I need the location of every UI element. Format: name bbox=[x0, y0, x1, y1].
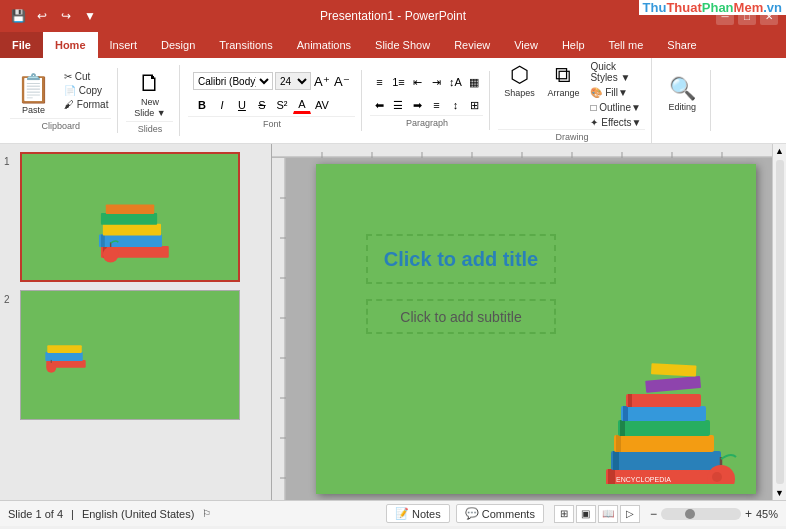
justify-button[interactable]: ≡ bbox=[427, 96, 445, 114]
tab-review[interactable]: Review bbox=[442, 32, 502, 58]
slide-sorter-button[interactable]: ▣ bbox=[576, 505, 596, 523]
editing-button[interactable]: 🔍 Editing bbox=[660, 72, 704, 117]
normal-view-button[interactable]: ⊞ bbox=[554, 505, 574, 523]
bold-button[interactable]: B bbox=[193, 96, 211, 114]
align-right-button[interactable]: ➡ bbox=[408, 96, 426, 114]
slide-title-placeholder[interactable]: Click to add title bbox=[366, 234, 556, 284]
notes-button[interactable]: 📝 Notes bbox=[386, 504, 450, 523]
tab-transitions[interactable]: Transitions bbox=[207, 32, 284, 58]
slide-thumb-row-1: 1 bbox=[4, 152, 267, 282]
minimize-button[interactable]: ─ bbox=[716, 7, 734, 25]
increase-indent-button[interactable]: ⇥ bbox=[427, 73, 445, 91]
font-name-select[interactable]: Calibri (Body) bbox=[193, 72, 273, 90]
font-size-select[interactable]: 24 bbox=[275, 72, 311, 90]
comments-button[interactable]: 💬 Comments bbox=[456, 504, 544, 523]
tab-insert[interactable]: Insert bbox=[98, 32, 150, 58]
text-shadow-button[interactable]: S² bbox=[273, 96, 291, 114]
ribbon-toolbar: 📋 Paste ✂ Cut 📄 Copy 🖌 Format Clipboard … bbox=[0, 58, 786, 144]
slide-number-2: 2 bbox=[4, 294, 16, 305]
shapes-button[interactable]: ⬡ Shapes bbox=[499, 60, 539, 100]
decrease-font-button[interactable]: A⁻ bbox=[333, 72, 351, 90]
align-left-button[interactable]: ⬅ bbox=[370, 96, 388, 114]
tab-tellme[interactable]: Tell me bbox=[597, 32, 656, 58]
watermark-part2: Thuat bbox=[666, 0, 701, 15]
svg-rect-38 bbox=[614, 435, 714, 452]
numbering-button[interactable]: 1≡ bbox=[389, 73, 407, 91]
slide-info: Slide 1 of 4 bbox=[8, 508, 63, 520]
svg-point-49 bbox=[712, 472, 722, 482]
redo-button[interactable]: ↪ bbox=[56, 6, 76, 26]
svg-rect-37 bbox=[613, 451, 619, 470]
svg-rect-41 bbox=[620, 420, 625, 436]
tab-view[interactable]: View bbox=[502, 32, 550, 58]
shape-effects-button[interactable]: ✦ Effects▼ bbox=[587, 116, 644, 129]
slide-thumbnail-2[interactable] bbox=[20, 290, 240, 420]
text-direction-button[interactable]: ↕A bbox=[446, 73, 464, 91]
vertical-scrollbar[interactable]: ▲ ▼ bbox=[772, 144, 786, 500]
tab-design[interactable]: Design bbox=[149, 32, 207, 58]
paste-button[interactable]: 📋 Paste bbox=[10, 70, 57, 118]
tab-share[interactable]: Share bbox=[655, 32, 708, 58]
paragraph-inner: ≡ 1≡ ⇤ ⇥ ↕A ▦ ⬅ ☰ ➡ ≡ ↕ ⊞ bbox=[370, 73, 483, 115]
columns-button[interactable]: ▦ bbox=[465, 73, 483, 91]
bullets-button[interactable]: ≡ bbox=[370, 73, 388, 91]
ruler-svg bbox=[272, 144, 772, 158]
scroll-thumb[interactable] bbox=[776, 160, 784, 484]
notes-icon: 📝 bbox=[395, 507, 409, 520]
scroll-down-button[interactable]: ▼ bbox=[773, 486, 786, 500]
arrange-button[interactable]: ⧉ Arrange bbox=[543, 60, 583, 100]
new-slide-button[interactable]: 🗋 NewSlide ▼ bbox=[130, 67, 170, 121]
arrange-label: Arrange bbox=[547, 88, 579, 98]
comments-icon: 💬 bbox=[465, 507, 479, 520]
zoom-out-button[interactable]: − bbox=[650, 507, 657, 521]
italic-button[interactable]: I bbox=[213, 96, 231, 114]
customize-button[interactable]: ▼ bbox=[80, 6, 100, 26]
tab-help[interactable]: Help bbox=[550, 32, 597, 58]
save-button[interactable]: 💾 bbox=[8, 6, 28, 26]
books-svg-1 bbox=[22, 154, 238, 280]
shape-fill-button[interactable]: 🎨 Fill▼ bbox=[587, 86, 644, 99]
zoom-in-button[interactable]: + bbox=[745, 507, 752, 521]
underline-button[interactable]: U bbox=[233, 96, 251, 114]
slides-label: Slides bbox=[126, 121, 173, 134]
scroll-up-button[interactable]: ▲ bbox=[773, 144, 786, 158]
font-color-button[interactable]: A bbox=[293, 96, 311, 114]
reading-view-button[interactable]: 📖 bbox=[598, 505, 618, 523]
quick-styles-button[interactable]: QuickStyles ▼ bbox=[587, 60, 644, 84]
quick-styles-col: QuickStyles ▼ 🎨 Fill▼ □ Outline▼ ✦ Effec… bbox=[587, 60, 644, 129]
increase-font-button[interactable]: A⁺ bbox=[313, 72, 331, 90]
close-button[interactable]: ✕ bbox=[760, 7, 778, 25]
char-spacing-button[interactable]: AV bbox=[313, 96, 331, 114]
line-spacing-button[interactable]: ↕ bbox=[446, 96, 464, 114]
format-painter-button[interactable]: 🖌 Format bbox=[61, 98, 111, 111]
para-row-1: ≡ 1≡ ⇤ ⇥ ↕A ▦ bbox=[370, 73, 483, 91]
tab-animations[interactable]: Animations bbox=[285, 32, 363, 58]
zoom-slider[interactable] bbox=[661, 508, 741, 520]
slideshow-view-button[interactable]: ▷ bbox=[620, 505, 640, 523]
copy-button[interactable]: 📄 Copy bbox=[61, 84, 111, 97]
strikethrough-button[interactable]: S bbox=[253, 96, 271, 114]
slide-thumbnail-1[interactable] bbox=[20, 152, 240, 282]
tab-slideshow[interactable]: Slide Show bbox=[363, 32, 442, 58]
editing-inner: 🔍 Editing bbox=[660, 72, 704, 117]
new-slide-label: NewSlide ▼ bbox=[134, 97, 165, 119]
clipboard-col: ✂ Cut 📄 Copy 🖌 Format bbox=[61, 70, 111, 111]
svg-point-12 bbox=[46, 363, 56, 373]
canvas-area: Click to add title Click to add subtitle bbox=[272, 144, 786, 500]
tab-home[interactable]: Home bbox=[43, 32, 98, 58]
svg-rect-10 bbox=[45, 352, 82, 361]
maximize-button[interactable]: □ bbox=[738, 7, 756, 25]
tab-file[interactable]: File bbox=[0, 32, 43, 58]
slide-wrapper: Click to add title Click to add subtitle bbox=[286, 158, 786, 500]
align-center-button[interactable]: ☰ bbox=[389, 96, 407, 114]
undo-button[interactable]: ↩ bbox=[32, 6, 52, 26]
svg-rect-11 bbox=[47, 345, 81, 353]
decrease-indent-button[interactable]: ⇤ bbox=[408, 73, 426, 91]
shape-outline-button[interactable]: □ Outline▼ bbox=[587, 101, 644, 114]
svg-rect-34 bbox=[608, 469, 615, 484]
cut-button[interactable]: ✂ Cut bbox=[61, 70, 111, 83]
slide-canvas: Click to add title Click to add subtitle bbox=[316, 164, 756, 494]
smartart-button[interactable]: ⊞ bbox=[465, 96, 483, 114]
slide-subtitle-placeholder[interactable]: Click to add subtitle bbox=[366, 299, 556, 334]
zoom-handle[interactable] bbox=[685, 509, 695, 519]
